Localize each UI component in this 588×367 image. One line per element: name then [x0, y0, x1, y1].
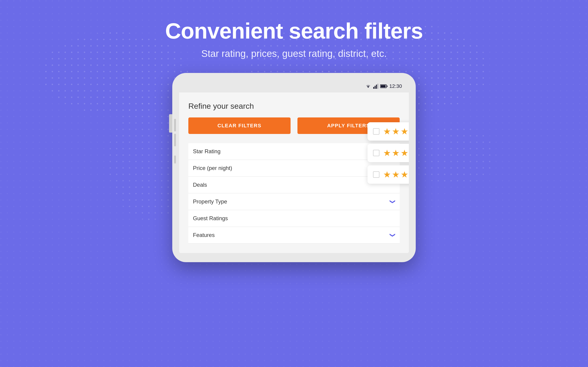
- refine-search-title: Refine your search: [188, 102, 400, 110]
- stars-row-5: ★ ★ ★ ★ ★: [383, 126, 409, 136]
- wifi-icon: [365, 84, 372, 89]
- signal-icon: [373, 84, 378, 89]
- svg-rect-11: [377, 84, 378, 89]
- filter-label-features: Features: [193, 232, 215, 238]
- star-card-5[interactable]: ★ ★ ★ ★ ★ 127: [367, 122, 409, 141]
- page-title: Convenient search filters: [0, 18, 588, 44]
- status-time: 12:30: [389, 83, 402, 89]
- tablet-side-buttons: [174, 119, 176, 164]
- status-bar: 12:30: [179, 80, 409, 92]
- svg-rect-9: [375, 86, 376, 89]
- star-card-3[interactable]: ★ ★ ★ ★ ★ 65: [367, 165, 409, 184]
- star-card-4[interactable]: ★ ★ ★ ★ ★ 89: [367, 144, 409, 162]
- star-2: ★: [392, 148, 400, 158]
- filter-row-property-type[interactable]: Property Type ❯: [188, 193, 400, 210]
- star-cards-area: ★ ★ ★ ★ ★ 127 ★ ★: [367, 122, 409, 184]
- svg-rect-8: [373, 87, 374, 89]
- svg-rect-10: [376, 85, 377, 89]
- svg-rect-14: [380, 85, 386, 87]
- tablet-device: 12:30 Refine your search CLEAR FILTERS A…: [172, 73, 416, 262]
- filter-label-price: Price (per night): [193, 165, 232, 171]
- star-checkbox-3[interactable]: [373, 171, 380, 178]
- star-2: ★: [392, 169, 400, 180]
- star-1: ★: [383, 169, 391, 180]
- star-checkbox-4[interactable]: [373, 150, 380, 156]
- header-section: Convenient search filters Star rating, p…: [0, 0, 588, 68]
- page-subtitle: Star rating, prices, guest rating, distr…: [0, 48, 588, 59]
- power-button: [174, 156, 176, 164]
- star-1: ★: [383, 148, 391, 158]
- tablet-wrapper: 12:30 Refine your search CLEAR FILTERS A…: [0, 73, 588, 262]
- filter-label-star-rating: Star Rating: [193, 148, 221, 155]
- svg-rect-13: [387, 85, 388, 87]
- volume-up-button: [174, 119, 176, 131]
- chevron-down-icon-property: ❯: [389, 199, 396, 204]
- status-icons: 12:30: [365, 83, 402, 89]
- stars-row-3: ★ ★ ★ ★ ★: [383, 169, 409, 180]
- stars-row-4: ★ ★ ★ ★ ★: [383, 148, 409, 158]
- star-3: ★: [401, 169, 408, 180]
- battery-icon: [380, 84, 388, 88]
- star-2: ★: [392, 126, 400, 136]
- filter-row-guest-ratings[interactable]: Guest Ratings: [188, 210, 400, 227]
- screen-content: Refine your search CLEAR FILTERS APPLY F…: [179, 92, 409, 253]
- filter-label-deals: Deals: [193, 182, 207, 188]
- star-checkbox-5[interactable]: [373, 128, 380, 135]
- volume-down-button: [174, 134, 176, 146]
- star-3: ★: [401, 148, 408, 158]
- tablet-screen: 12:30 Refine your search CLEAR FILTERS A…: [179, 80, 409, 253]
- star-3: ★: [401, 126, 408, 136]
- filter-label-guest-ratings: Guest Ratings: [193, 215, 228, 222]
- filter-label-property-type: Property Type: [193, 198, 227, 205]
- filter-row-features[interactable]: Features ❯: [188, 227, 400, 244]
- clear-filters-button[interactable]: CLEAR FILTERS: [188, 117, 291, 134]
- chevron-down-icon-features: ❯: [389, 233, 396, 237]
- star-1: ★: [383, 126, 391, 136]
